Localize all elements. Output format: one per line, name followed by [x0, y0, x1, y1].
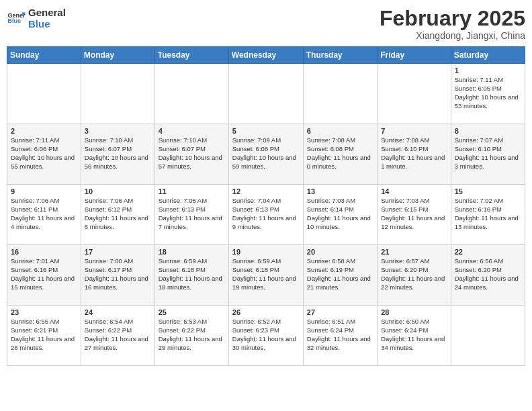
day-number: 23 [11, 308, 77, 316]
day-info: Sunrise: 6:59 AM Sunset: 6:18 PM Dayligh… [232, 257, 300, 291]
weekday-header-monday: Monday [81, 47, 154, 64]
day-number: 19 [232, 248, 300, 256]
weekday-header-thursday: Thursday [303, 47, 377, 64]
day-info: Sunrise: 6:50 AM Sunset: 6:24 PM Dayligh… [381, 318, 447, 352]
calendar-cell: 26Sunrise: 6:52 AM Sunset: 6:23 PM Dayli… [228, 306, 303, 366]
day-number: 5 [232, 127, 300, 135]
calendar-cell: 23Sunrise: 6:55 AM Sunset: 6:21 PM Dayli… [7, 306, 81, 366]
day-number: 25 [159, 308, 225, 316]
calendar-cell [228, 64, 303, 124]
day-number: 8 [455, 127, 521, 135]
weekday-header-saturday: Saturday [451, 47, 525, 64]
day-number: 18 [159, 248, 225, 256]
day-info: Sunrise: 7:08 AM Sunset: 6:08 PM Dayligh… [307, 136, 373, 171]
day-info: Sunrise: 7:01 AM Sunset: 6:16 PM Dayligh… [11, 257, 77, 291]
calendar-cell: 17Sunrise: 7:00 AM Sunset: 6:17 PM Dayli… [81, 245, 154, 306]
day-number: 6 [307, 127, 373, 135]
title-block: February 2025 Xiangdong, Jiangxi, China [380, 7, 525, 41]
day-info: Sunrise: 7:03 AM Sunset: 6:15 PM Dayligh… [381, 197, 447, 231]
calendar-cell: 6Sunrise: 7:08 AM Sunset: 6:08 PM Daylig… [303, 124, 377, 185]
day-info: Sunrise: 7:04 AM Sunset: 6:13 PM Dayligh… [232, 197, 300, 231]
calendar-cell: 15Sunrise: 7:02 AM Sunset: 6:16 PM Dayli… [451, 185, 525, 245]
calendar-cell: 19Sunrise: 6:59 AM Sunset: 6:18 PM Dayli… [228, 245, 303, 306]
logo: General Blue General Blue [7, 7, 66, 30]
day-number: 4 [159, 127, 225, 135]
day-info: Sunrise: 6:59 AM Sunset: 6:18 PM Dayligh… [159, 257, 225, 291]
day-number: 28 [381, 308, 447, 316]
calendar-cell: 2Sunrise: 7:11 AM Sunset: 6:06 PM Daylig… [7, 124, 81, 185]
day-info: Sunrise: 7:08 AM Sunset: 6:10 PM Dayligh… [381, 136, 447, 171]
day-info: Sunrise: 7:11 AM Sunset: 6:05 PM Dayligh… [455, 76, 521, 110]
calendar-cell: 11Sunrise: 7:05 AM Sunset: 6:13 PM Dayli… [154, 185, 228, 245]
day-info: Sunrise: 7:11 AM Sunset: 6:06 PM Dayligh… [11, 136, 77, 171]
weekday-header-friday: Friday [378, 47, 451, 64]
day-info: Sunrise: 6:53 AM Sunset: 6:22 PM Dayligh… [159, 318, 225, 352]
day-info: Sunrise: 7:03 AM Sunset: 6:14 PM Dayligh… [307, 197, 373, 231]
calendar-cell: 21Sunrise: 6:57 AM Sunset: 6:20 PM Dayli… [378, 245, 451, 306]
calendar-cell: 20Sunrise: 6:58 AM Sunset: 6:19 PM Dayli… [303, 245, 377, 306]
day-number: 26 [232, 308, 300, 316]
calendar-cell: 12Sunrise: 7:04 AM Sunset: 6:13 PM Dayli… [228, 185, 303, 245]
calendar-cell: 22Sunrise: 6:56 AM Sunset: 6:20 PM Dayli… [451, 245, 525, 306]
weekday-header-tuesday: Tuesday [154, 47, 228, 64]
day-info: Sunrise: 7:02 AM Sunset: 6:16 PM Dayligh… [455, 197, 521, 231]
day-info: Sunrise: 6:54 AM Sunset: 6:22 PM Dayligh… [85, 318, 151, 352]
month-title: February 2025 [380, 7, 525, 30]
day-info: Sunrise: 6:51 AM Sunset: 6:24 PM Dayligh… [307, 318, 373, 352]
calendar-cell: 5Sunrise: 7:09 AM Sunset: 6:08 PM Daylig… [228, 124, 303, 185]
day-number: 16 [11, 248, 77, 256]
day-info: Sunrise: 6:57 AM Sunset: 6:20 PM Dayligh… [381, 257, 447, 291]
day-info: Sunrise: 7:06 AM Sunset: 6:11 PM Dayligh… [11, 197, 77, 231]
calendar-cell [81, 64, 154, 124]
day-number: 20 [307, 248, 373, 256]
calendar-cell: 16Sunrise: 7:01 AM Sunset: 6:16 PM Dayli… [7, 245, 81, 306]
calendar-cell: 1Sunrise: 7:11 AM Sunset: 6:05 PM Daylig… [451, 64, 525, 124]
day-info: Sunrise: 6:58 AM Sunset: 6:19 PM Dayligh… [307, 257, 373, 291]
day-info: Sunrise: 7:10 AM Sunset: 6:07 PM Dayligh… [85, 136, 151, 171]
day-number: 1 [455, 66, 521, 75]
calendar-cell [154, 64, 228, 124]
day-number: 11 [159, 187, 225, 195]
day-number: 7 [381, 127, 447, 135]
day-info: Sunrise: 6:55 AM Sunset: 6:21 PM Dayligh… [11, 318, 77, 352]
day-number: 24 [85, 308, 151, 316]
logo-line2: Blue [28, 18, 66, 30]
day-number: 17 [85, 248, 151, 256]
calendar-cell: 7Sunrise: 7:08 AM Sunset: 6:10 PM Daylig… [378, 124, 451, 185]
day-number: 21 [381, 248, 447, 256]
weekday-header-wednesday: Wednesday [228, 47, 303, 64]
page-header: General Blue General Blue February 2025 … [7, 7, 525, 41]
day-info: Sunrise: 6:52 AM Sunset: 6:23 PM Dayligh… [232, 318, 300, 352]
calendar-cell: 13Sunrise: 7:03 AM Sunset: 6:14 PM Dayli… [303, 185, 377, 245]
day-number: 12 [232, 187, 300, 195]
calendar-cell: 3Sunrise: 7:10 AM Sunset: 6:07 PM Daylig… [81, 124, 154, 185]
calendar-cell [7, 64, 81, 124]
day-info: Sunrise: 7:07 AM Sunset: 6:10 PM Dayligh… [455, 136, 521, 171]
day-number: 15 [455, 187, 521, 195]
logo-icon: General Blue [7, 9, 26, 28]
calendar-cell: 27Sunrise: 6:51 AM Sunset: 6:24 PM Dayli… [303, 306, 377, 366]
calendar-cell [303, 64, 377, 124]
day-number: 14 [381, 187, 447, 195]
calendar: SundayMondayTuesdayWednesdayThursdayFrid… [7, 46, 525, 366]
day-number: 2 [11, 127, 77, 135]
day-info: Sunrise: 7:05 AM Sunset: 6:13 PM Dayligh… [159, 197, 225, 231]
calendar-cell: 25Sunrise: 6:53 AM Sunset: 6:22 PM Dayli… [154, 306, 228, 366]
calendar-cell: 24Sunrise: 6:54 AM Sunset: 6:22 PM Dayli… [81, 306, 154, 366]
day-number: 10 [85, 187, 151, 195]
day-info: Sunrise: 7:00 AM Sunset: 6:17 PM Dayligh… [85, 257, 151, 291]
location: Xiangdong, Jiangxi, China [380, 30, 525, 41]
weekday-header-sunday: Sunday [7, 47, 81, 64]
svg-text:Blue: Blue [7, 17, 21, 24]
day-number: 9 [11, 187, 77, 195]
day-info: Sunrise: 7:09 AM Sunset: 6:08 PM Dayligh… [232, 136, 300, 171]
calendar-cell: 10Sunrise: 7:06 AM Sunset: 6:12 PM Dayli… [81, 185, 154, 245]
day-info: Sunrise: 6:56 AM Sunset: 6:20 PM Dayligh… [455, 257, 521, 291]
day-number: 13 [307, 187, 373, 195]
day-number: 27 [307, 308, 373, 316]
calendar-cell: 18Sunrise: 6:59 AM Sunset: 6:18 PM Dayli… [154, 245, 228, 306]
calendar-cell: 8Sunrise: 7:07 AM Sunset: 6:10 PM Daylig… [451, 124, 525, 185]
day-number: 3 [85, 127, 151, 135]
day-info: Sunrise: 7:10 AM Sunset: 6:07 PM Dayligh… [159, 136, 225, 171]
calendar-cell [378, 64, 451, 124]
